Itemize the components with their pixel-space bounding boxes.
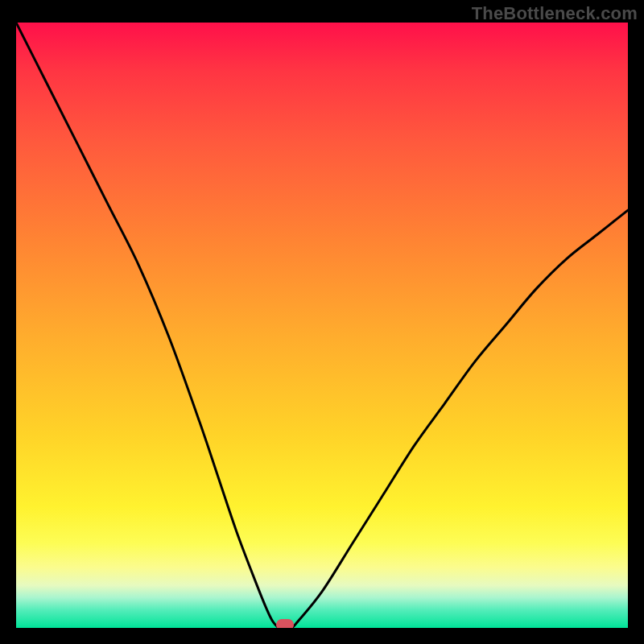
curve-path bbox=[16, 23, 628, 628]
bottleneck-curve bbox=[16, 23, 628, 628]
chart-stage: TheBottleneck.com bbox=[0, 0, 644, 644]
watermark-text: TheBottleneck.com bbox=[472, 3, 638, 24]
minimum-marker bbox=[276, 619, 294, 628]
plot-area bbox=[16, 23, 628, 628]
